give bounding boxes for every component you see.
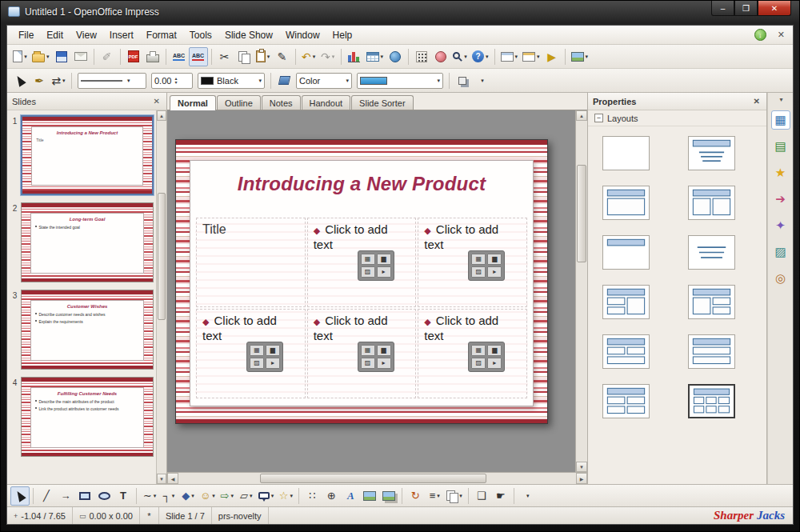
layout-two-content-over-content[interactable] (602, 334, 650, 369)
dropdown-caret-icon[interactable]: ▾ (62, 78, 66, 84)
dropdown-caret-icon[interactable]: ▾ (191, 493, 194, 499)
scroll-down-icon[interactable]: ▼ (576, 462, 587, 472)
ellipse-tool-button[interactable] (94, 486, 114, 506)
new-slide-button[interactable]: ▾ (498, 47, 521, 66)
slide-layout-button[interactable]: ▾ (520, 47, 542, 66)
menu-insert[interactable]: Insert (103, 27, 140, 43)
insert-movie-icon[interactable]: ▸ (487, 266, 502, 278)
insert-chart-button[interactable] (345, 47, 364, 66)
layout-content-and-two-content[interactable] (688, 285, 735, 319)
hyperlink-button[interactable] (386, 47, 405, 66)
dropdown-caret-icon[interactable]: ▾ (332, 54, 335, 60)
minimize-button[interactable]: – (711, 1, 734, 16)
placeholder-cell-2[interactable]: ◆Click to add text ▦ ▆ ▨ ▸ (307, 218, 417, 307)
text-tool-button[interactable]: T (114, 486, 133, 506)
properties-deck-icon[interactable]: ▦ (771, 110, 790, 130)
slide-canvas-area[interactable]: Introducing a New Product Title ◆Click t… (167, 110, 587, 472)
insert-table-icon[interactable]: ▦ (250, 345, 264, 356)
tab-normal[interactable]: Normal (170, 95, 216, 110)
arrow-tool-button[interactable]: → (56, 486, 75, 506)
tab-notes[interactable]: Notes (262, 95, 301, 110)
line-dialog-button[interactable]: ✒ (30, 71, 49, 90)
placeholder-cell-4[interactable]: ◆Click to add text ▦ ▆ ▨ ▸ (196, 309, 306, 398)
scroll-up-icon[interactable]: ▲ (576, 110, 587, 121)
scrollbar-thumb[interactable] (577, 165, 586, 262)
slide-show-button[interactable]: ▶ (542, 47, 562, 66)
dropdown-caret-icon[interactable]: ▾ (586, 54, 589, 60)
master-pages-icon[interactable]: ▤ (771, 137, 790, 156)
insert-object-cluster[interactable]: ▦ ▆ ▨ ▸ (358, 250, 394, 281)
menu-help[interactable]: Help (326, 27, 359, 43)
close-button[interactable]: ✕ (758, 1, 791, 16)
layout-title-content[interactable] (602, 186, 650, 220)
connector-tool-button[interactable]: ┐▾ (159, 486, 178, 506)
insert-image-icon[interactable]: ▨ (471, 266, 486, 278)
placeholder-cell-3[interactable]: ◆Click to add text ▦ ▆ ▨ ▸ (418, 218, 527, 307)
line-style-select[interactable]: ▾ (78, 73, 146, 89)
arrange-button[interactable]: ▾ (444, 486, 465, 506)
dropdown-caret-icon[interactable]: ▾ (313, 54, 316, 60)
title-bar[interactable]: Untitled 1 - OpenOffice Impress – ❐ ✕ (1, 1, 799, 25)
gallery-icon[interactable]: ▨ (771, 242, 790, 262)
insert-object-cluster[interactable]: ▦ ▆ ▨ ▸ (468, 342, 505, 372)
edit-points-mode-button[interactable] (10, 71, 30, 90)
placeholder-cell-5[interactable]: ◆Click to add text ▦ ▆ ▨ ▸ (307, 309, 417, 398)
display-grid-button[interactable] (412, 47, 431, 66)
dropdown-caret-icon[interactable]: ▾ (250, 493, 253, 499)
edit-file-button[interactable]: ✐ (98, 47, 117, 66)
insert-chart-icon[interactable]: ▆ (377, 254, 391, 265)
rectangle-tool-button[interactable] (75, 486, 94, 506)
redo-button[interactable]: ↷▾ (318, 47, 338, 66)
save-button[interactable] (52, 47, 71, 66)
drawbar-overflow-button[interactable]: ▾ (518, 486, 537, 506)
glue-points-button[interactable]: ⊕ (322, 486, 341, 506)
rotate-button[interactable]: ↻ (406, 486, 425, 506)
tab-slide-sorter[interactable]: Slide Sorter (351, 95, 413, 110)
sidebar-menu-icon[interactable]: ▾ (779, 96, 782, 103)
insert-movie-icon[interactable]: ▸ (266, 358, 280, 369)
basic-shapes-button[interactable]: ◆▾ (178, 486, 198, 506)
insert-picture-button[interactable] (360, 486, 379, 506)
alignment-button[interactable]: ≡▾ (425, 486, 444, 506)
insert-table-icon[interactable]: ▦ (471, 254, 486, 265)
close-document-icon[interactable]: ✕ (774, 30, 788, 40)
menu-tools[interactable]: Tools (183, 27, 218, 43)
insert-movie-icon[interactable]: ▸ (487, 358, 502, 369)
insert-chart-icon[interactable]: ▆ (377, 345, 391, 356)
format-paintbrush-button[interactable]: ✎ (273, 47, 292, 66)
insert-image-icon[interactable]: ▨ (471, 358, 486, 369)
dropdown-caret-icon[interactable]: ▾ (172, 493, 175, 499)
fill-style-select[interactable]: Color▾ (296, 73, 352, 89)
zoom-button[interactable]: ▾ (450, 47, 470, 66)
export-pdf-button[interactable]: PDF (124, 47, 143, 66)
slide-transition-icon[interactable]: ➔ (771, 190, 790, 209)
tab-handout[interactable]: Handout (302, 95, 351, 110)
edit-points-button[interactable]: ∷ (302, 486, 322, 506)
area-dialog-button[interactable] (274, 71, 294, 90)
menu-window[interactable]: Window (279, 27, 326, 43)
dropdown-caret-icon[interactable]: ▾ (46, 54, 50, 60)
cut-button[interactable]: ✂ (215, 47, 234, 66)
fill-color-select[interactable]: ▾ (357, 73, 443, 89)
view-mode-button[interactable]: ▾ (569, 47, 591, 66)
slide-thumbnail-2[interactable]: Long-term Goal State the intended goal (21, 202, 154, 282)
scrollbar-thumb[interactable] (260, 474, 487, 483)
dropdown-caret-icon[interactable]: ▾ (154, 493, 157, 499)
layout-blank[interactable] (602, 136, 650, 170)
dropdown-caret-icon[interactable]: ▾ (437, 78, 440, 84)
toolbar-overflow-button[interactable]: ▾ (472, 71, 491, 90)
slides-panel-close-icon[interactable]: ✕ (152, 97, 162, 106)
open-button[interactable]: ▾ (30, 47, 52, 66)
dropdown-caret-icon[interactable]: ▾ (346, 78, 349, 84)
layout-title-only[interactable] (602, 235, 650, 270)
dropdown-caret-icon[interactable]: ▾ (486, 54, 489, 60)
update-available-icon[interactable]: ↓ (754, 29, 766, 41)
slide-thumbnail-4[interactable]: Fulfilling Customer Needs Describe the m… (21, 377, 154, 457)
insert-object-cluster[interactable]: ▦ ▆ ▨ ▸ (468, 250, 505, 281)
scroll-up-icon[interactable]: ▲ (157, 110, 166, 121)
dropdown-caret-icon[interactable]: ▾ (464, 54, 467, 60)
menu-file[interactable]: File (12, 27, 40, 43)
insert-chart-icon[interactable]: ▆ (266, 345, 280, 356)
menu-format[interactable]: Format (140, 27, 183, 43)
stars-button[interactable]: ☆▾ (276, 486, 295, 506)
